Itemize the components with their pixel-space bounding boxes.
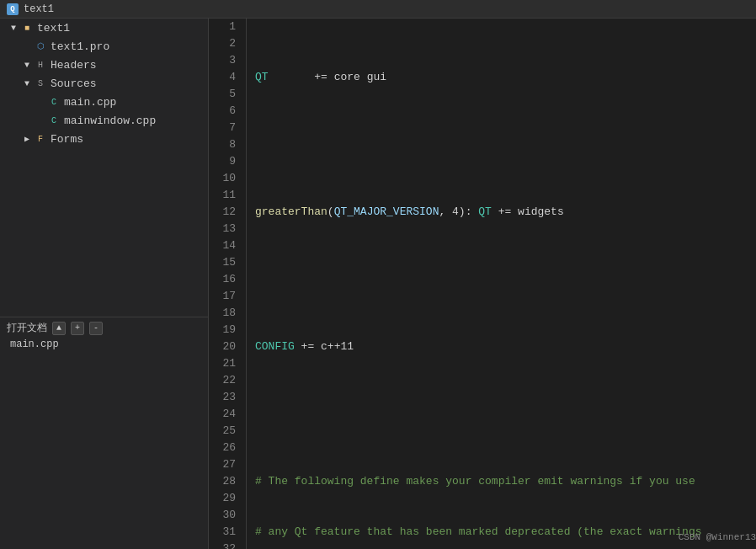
sidebar: ▼ ■ text1 ⬡ text1.pro ▼ H Headers ▼ S So…: [0, 19, 209, 549]
code-line-8: # any Qt feature that has been marked de…: [255, 524, 756, 541]
sidebar-item-mainwindow-cpp[interactable]: C mainwindow.cpp: [0, 111, 208, 130]
line-num-4: 4: [209, 69, 239, 86]
sidebar-item-text1[interactable]: ▼ ■ text1: [0, 19, 208, 37]
line-num-30: 30: [209, 507, 239, 524]
line-num-13: 13: [209, 221, 239, 237]
sidebar-forms-label: Forms: [51, 133, 83, 146]
editor-content: 1 2 3 4 5 6 7 8 9 10 11 12 13 14 15 16 1: [209, 19, 756, 549]
line-num-23: 23: [209, 389, 239, 406]
line-num-9: 9: [209, 153, 239, 170]
line-num-25: 25: [209, 423, 239, 440]
line-num-19: 19: [209, 322, 239, 338]
line-num-27: 27: [209, 456, 239, 473]
sidebar-item-pro[interactable]: ⬡ text1.pro: [0, 37, 208, 56]
sidebar-item-pro-label: text1.pro: [51, 40, 109, 53]
app-icon: Q: [7, 3, 19, 15]
sidebar-headers-label: Headers: [51, 59, 97, 72]
line-num-2: 2: [209, 35, 239, 52]
line-num-26: 26: [209, 440, 239, 456]
editor-area[interactable]: 1 2 3 4 5 6 7 8 9 10 11 12 13 14 15 16 1: [209, 19, 756, 549]
line-num-29: 29: [209, 490, 239, 507]
sources-icon: S: [34, 77, 47, 90]
bottom-bar-title-text: 打开文档: [7, 321, 47, 335]
forms-arrow-icon: ▶: [20, 132, 34, 146]
sources-arrow-icon: ▼: [20, 77, 34, 90]
line-num-8: 8: [209, 136, 239, 153]
sidebar-mainwindow-cpp-label: mainwindow.cpp: [64, 115, 156, 127]
sidebar-item-forms[interactable]: ▶ F Forms: [0, 130, 208, 148]
sidebar-item-main-cpp[interactable]: C main.cpp: [0, 93, 208, 111]
code-line-4: [255, 271, 756, 288]
arrow-spacer: [20, 40, 34, 53]
forms-icon: F: [34, 132, 47, 146]
title-text: text1: [24, 3, 54, 15]
project-icon: ■: [20, 21, 34, 35]
minus-button[interactable]: -: [89, 322, 103, 335]
add-button[interactable]: +: [71, 322, 84, 335]
line-num-14: 14: [209, 237, 239, 254]
line-num-31: 31: [209, 524, 239, 541]
cpp-file-icon: C: [47, 95, 61, 109]
line-num-28: 28: [209, 473, 239, 490]
mainwindow-cpp-icon: C: [47, 114, 61, 127]
expand-button[interactable]: ▲: [52, 322, 66, 335]
sidebar-item-headers[interactable]: ▼ H Headers: [0, 56, 208, 74]
main-cpp-arrow-spacer: [34, 95, 47, 109]
line-numbers: 1 2 3 4 5 6 7 8 9 10 11 12 13 14 15 16 1: [209, 19, 247, 549]
bottom-bar-title-row: 打开文档 ▲ + -: [7, 321, 201, 335]
sidebar-item-label: text1: [37, 22, 70, 35]
line-num-21: 21: [209, 355, 239, 372]
line-num-22: 22: [209, 372, 239, 389]
code-line-5: CONFIG += c++11: [255, 338, 756, 355]
line-num-32: 32: [209, 541, 239, 549]
bottom-file-name: main.cpp: [7, 338, 201, 350]
sidebar-main-cpp-label: main.cpp: [64, 96, 116, 109]
line-num-16: 16: [209, 271, 239, 288]
line-num-6: 6: [209, 103, 239, 120]
code-line-3: greaterThan(QT_MAJOR_VERSION, 4): QT += …: [255, 204, 756, 221]
line-num-5: 5: [209, 86, 239, 103]
pro-file-icon: ⬡: [34, 40, 47, 53]
headers-icon: H: [34, 58, 47, 72]
title-bar: Q text1: [0, 0, 756, 19]
line-num-1: 1: [209, 19, 239, 35]
code-lines: QT += core gui greaterThan(QT_MAJOR_VERS…: [247, 19, 756, 549]
line-num-7: 7: [209, 120, 239, 136]
sidebar-sources-label: Sources: [51, 77, 97, 90]
mainwindow-cpp-arrow-spacer: [34, 114, 47, 127]
line-num-17: 17: [209, 288, 239, 305]
line-num-11: 11: [209, 187, 239, 204]
line-num-3: 3: [209, 52, 239, 69]
line-num-24: 24: [209, 406, 239, 423]
code-line-6: [255, 406, 756, 423]
code-line-1: QT += core gui: [255, 69, 756, 86]
line-num-18: 18: [209, 305, 239, 322]
editor-panel: 1 2 3 4 5 6 7 8 9 10 11 12 13 14 15 16 1: [209, 19, 756, 549]
code-line-2: [255, 136, 756, 153]
main-layout: ▼ ■ text1 ⬡ text1.pro ▼ H Headers ▼ S So…: [0, 19, 756, 549]
headers-arrow-icon: ▼: [20, 58, 34, 72]
line-num-20: 20: [209, 338, 239, 355]
arrow-icon: ▼: [7, 21, 20, 35]
line-num-15: 15: [209, 254, 239, 271]
line-num-12: 12: [209, 204, 239, 221]
sidebar-item-sources[interactable]: ▼ S Sources: [0, 74, 208, 93]
bottom-bar: 打开文档 ▲ + - main.cpp: [0, 317, 208, 367]
code-line-7: # The following define makes your compil…: [255, 473, 756, 490]
line-num-10: 10: [209, 170, 239, 187]
